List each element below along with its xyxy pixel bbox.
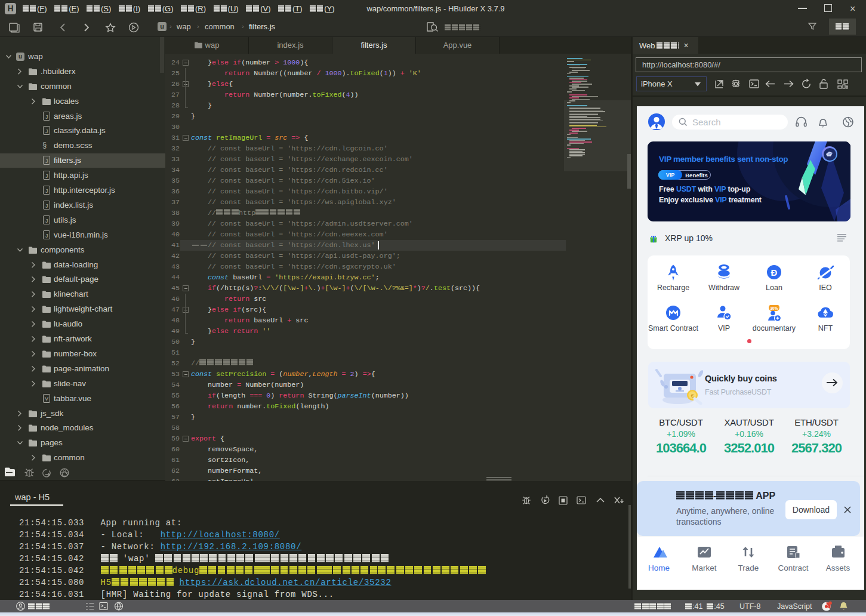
- svg-text:J: J: [45, 203, 48, 210]
- svg-text:Đ: Đ: [771, 267, 778, 278]
- svg-text:J: J: [45, 128, 48, 135]
- svg-text:J: J: [45, 114, 48, 121]
- svg-text:J: J: [45, 158, 48, 165]
- svg-text:€: €: [691, 393, 694, 399]
- svg-text:J: J: [45, 188, 48, 195]
- svg-text:30%: 30%: [770, 306, 778, 310]
- svg-text:J: J: [45, 233, 48, 239]
- svg-text:J: J: [45, 173, 48, 180]
- svg-text:V: V: [45, 396, 48, 402]
- svg-text:J: J: [45, 218, 48, 224]
